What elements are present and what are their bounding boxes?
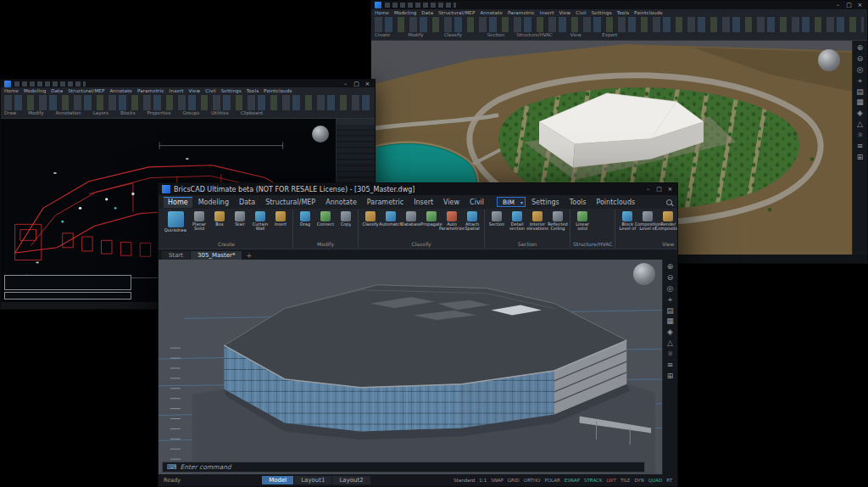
tab-pointclouds[interactable]: Pointclouds — [592, 197, 639, 208]
maximize-button[interactable]: ▢ — [353, 81, 360, 87]
tab-tools[interactable]: Tools — [565, 197, 591, 208]
tab-home[interactable]: Home — [164, 197, 192, 208]
command-line[interactable]: ⌨ Enter command — [162, 462, 645, 473]
bim-3d-viewport[interactable]: ⌨ Enter command — [159, 260, 662, 474]
zoom-out-icon[interactable]: ⊖ — [667, 274, 674, 283]
status-toggle[interactable]: RT — [666, 478, 672, 483]
sun-icon[interactable]: ☼ — [666, 350, 673, 359]
viewport-icon[interactable]: ⊞ — [857, 154, 864, 162]
navigation-sphere[interactable] — [818, 49, 840, 71]
status-toggle[interactable]: GRID — [508, 478, 520, 483]
ribbon-button[interactable]: Linear solid — [573, 211, 592, 232]
new-tab-button[interactable]: + — [242, 252, 255, 260]
zoom-in-icon[interactable]: ⊕ — [667, 263, 674, 271]
ribbon-button[interactable]: Stair — [231, 211, 249, 227]
status-toggle[interactable]: DYN — [634, 478, 643, 483]
ribbon-button[interactable]: Copy — [337, 211, 355, 227]
command-history-box[interactable] — [4, 275, 131, 290]
quick-access-toolbar[interactable] — [14, 81, 86, 87]
top-view-icon[interactable]: △ — [857, 120, 863, 129]
minimize-button[interactable]: – — [834, 2, 842, 8]
center-icon[interactable]: ⌖ — [668, 296, 672, 305]
ribbon-tabs[interactable]: Home Modeling Data Structural/MEP Annota… — [4, 88, 371, 95]
close-button[interactable]: × — [856, 2, 864, 8]
ribbon-button[interactable]: Propagate — [422, 211, 441, 227]
ribbon-button[interactable]: Automatch — [381, 211, 400, 227]
tab-civil[interactable]: Civil — [465, 197, 488, 208]
close-button[interactable]: × — [364, 81, 371, 87]
ribbon-button[interactable]: Interior elevations — [528, 211, 547, 232]
tab-insert[interactable]: Insert — [409, 197, 437, 208]
tab-annotate[interactable]: Annotate — [321, 197, 361, 208]
grid-icon[interactable]: ▦ — [666, 317, 674, 326]
status-toggle[interactable]: ESNAP — [565, 478, 580, 483]
section-icon[interactable]: ◈ — [667, 328, 673, 337]
layers-icon[interactable]: ▤ — [666, 307, 674, 316]
ribbon-button[interactable]: Reflected Ceiling Plan — [548, 211, 567, 232]
status-toggle[interactable]: QUAD — [648, 478, 662, 483]
close-button[interactable]: × — [666, 186, 674, 193]
ribbon-button[interactable]: Box — [210, 211, 229, 227]
title-bar[interactable]: – ▢ × — [1, 80, 375, 87]
model-tab[interactable]: Model — [262, 476, 293, 484]
status-toggle[interactable]: SNAP — [491, 478, 504, 483]
list-icon[interactable]: ≡ — [667, 361, 674, 370]
ribbon-button[interactable]: Planar Solid — [190, 211, 209, 232]
ribbon-button[interactable]: Section — [487, 211, 506, 227]
layers-icon[interactable]: ▤ — [856, 88, 864, 97]
properties-panel-header[interactable] — [337, 119, 375, 125]
viewport-icon[interactable]: ⊞ — [667, 372, 674, 381]
status-toggle[interactable]: STRACK — [584, 478, 603, 483]
status-toggle[interactable]: POLAR — [544, 478, 559, 483]
ribbon-button[interactable]: Auto Parametrize — [442, 211, 461, 232]
workspace-combo[interactable]: BIM — [497, 197, 526, 207]
center-icon[interactable]: ⌖ — [858, 77, 862, 86]
doc-tab-305-master[interactable]: 305_Master* — [191, 251, 242, 260]
layout2-tab[interactable]: Layout2 — [332, 476, 370, 484]
quick-access-toolbar[interactable] — [385, 3, 456, 8]
tab-data[interactable]: Data — [235, 197, 259, 208]
layout1-tab[interactable]: Layout1 — [294, 476, 331, 484]
zoom-in-icon[interactable]: ⊕ — [857, 44, 864, 53]
title-bar[interactable]: BricsCAD Ultimate beta (NOT FOR RESALE L… — [159, 183, 677, 195]
maximize-button[interactable]: ▢ — [845, 2, 853, 8]
scale-field[interactable]: 1:1 — [479, 478, 487, 483]
top-view-icon[interactable]: △ — [667, 339, 673, 348]
ribbon-button[interactable]: Classify — [361, 211, 380, 227]
ribbon-button[interactable]: Render Composition Material — [659, 211, 677, 232]
tab-view[interactable]: View — [439, 197, 464, 208]
tab-parametric[interactable]: Parametric — [363, 197, 408, 208]
orbit-icon[interactable]: ◎ — [667, 285, 674, 294]
ribbon-button[interactable]: Detail section — [508, 211, 526, 232]
tab-structural-mep[interactable]: Structural/MEP — [261, 197, 320, 208]
ribbon-tabs[interactable]: Home Modeling Data Structural/MEP Annota… — [375, 10, 864, 17]
zoom-out-icon[interactable]: ⊖ — [857, 55, 864, 64]
ribbon-button[interactable]: Curtain Wall — [251, 211, 270, 232]
ribbon-button[interactable]: Connect — [316, 211, 335, 227]
ribbon-button[interactable]: Database — [402, 211, 420, 227]
ribbon-buttons-strip[interactable] — [375, 17, 864, 32]
grid-icon[interactable]: ▦ — [856, 98, 864, 107]
ribbon-button[interactable]: Quickdraw — [163, 211, 188, 232]
ribbon-buttons-strip[interactable] — [4, 95, 371, 110]
list-icon[interactable]: ≡ — [857, 143, 864, 151]
tab-settings[interactable]: Settings — [527, 197, 564, 208]
maximize-button[interactable]: ▢ — [655, 186, 663, 193]
tab-modeling[interactable]: Modeling — [194, 197, 233, 208]
ribbon-button[interactable]: Drag — [296, 211, 314, 227]
status-toggle[interactable]: LWT — [607, 478, 616, 483]
orbit-icon[interactable]: ◎ — [857, 66, 864, 75]
title-bar[interactable]: – ▢ × — [371, 1, 867, 9]
bim-building-model[interactable] — [224, 285, 651, 445]
navigation-sphere[interactable] — [312, 126, 329, 143]
status-toggle[interactable]: ORTHO — [524, 478, 541, 483]
sun-icon[interactable]: ☼ — [856, 132, 863, 140]
bim-building-canvas[interactable] — [159, 260, 662, 474]
status-toggle[interactable]: TILE — [620, 478, 631, 483]
command-input-box[interactable] — [4, 292, 131, 299]
section-icon[interactable]: ◈ — [857, 109, 863, 118]
minimize-button[interactable]: – — [644, 186, 652, 193]
doc-tab-start[interactable]: Start — [162, 251, 190, 260]
ribbon-button[interactable]: Insert — [271, 211, 290, 227]
style-field[interactable]: Standard — [453, 478, 475, 483]
